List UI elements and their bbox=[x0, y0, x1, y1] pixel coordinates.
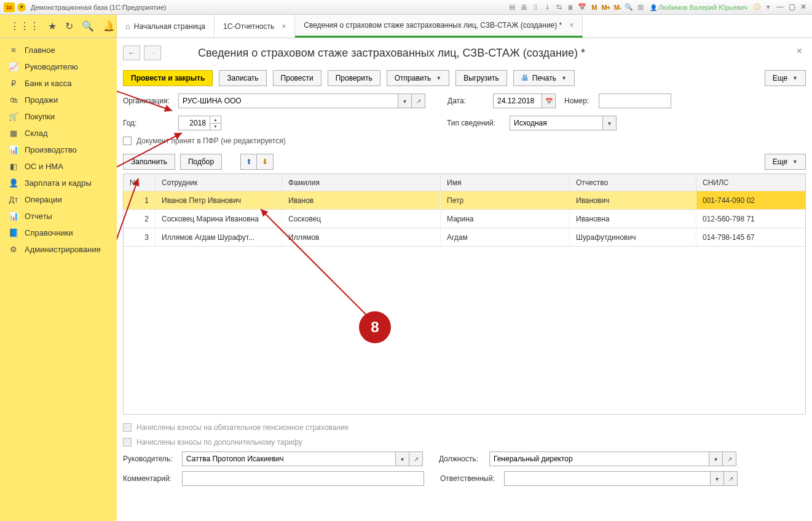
more-button[interactable]: Еще▼ bbox=[765, 70, 806, 86]
move-up-button[interactable]: ⬆ bbox=[241, 154, 257, 169]
save-button[interactable]: Записать bbox=[219, 70, 266, 86]
position-input[interactable] bbox=[489, 451, 709, 466]
sidebar-item-7[interactable]: ◧ОС и НМА bbox=[0, 158, 117, 175]
tb-mplus-button[interactable]: M+ bbox=[601, 2, 610, 12]
manager-open-button[interactable]: ↗ bbox=[409, 451, 423, 466]
sidebar-item-2[interactable]: ₽Банк и касса bbox=[0, 75, 117, 92]
org-open-button[interactable]: ↗ bbox=[412, 93, 425, 108]
sidebar-item-label: Администрирование bbox=[25, 245, 101, 254]
info-type-input[interactable] bbox=[510, 116, 603, 130]
sidebar-item-11[interactable]: 📘Справочники bbox=[0, 225, 117, 241]
manager-field[interactable]: ▾ ↗ bbox=[182, 451, 423, 466]
col-patronymic[interactable]: Отчество bbox=[570, 174, 696, 191]
calendar-button[interactable]: 📅 bbox=[542, 93, 556, 108]
tab-close-icon[interactable]: × bbox=[282, 22, 286, 31]
send-button[interactable]: Отправить▼ bbox=[387, 70, 449, 86]
tab-szv-stazh[interactable]: Сведения о страховом стаже застрахованны… bbox=[295, 15, 583, 38]
tb-save-icon[interactable]: ⤓ bbox=[542, 2, 552, 12]
maximize-button[interactable]: ▢ bbox=[787, 2, 797, 12]
org-dropdown-button[interactable]: ▾ bbox=[398, 93, 412, 108]
tb-compare-icon[interactable]: ⇆ bbox=[554, 2, 564, 12]
sidebar-item-9[interactable]: ДтОперации bbox=[0, 191, 117, 208]
tab-close-icon[interactable]: × bbox=[569, 21, 574, 30]
manager-dropdown-button[interactable]: ▾ bbox=[396, 451, 409, 466]
col-snils[interactable]: СНИЛС bbox=[696, 174, 805, 191]
tb-print-icon[interactable]: 🖶 bbox=[519, 2, 529, 12]
date-input[interactable] bbox=[493, 93, 542, 108]
nav-back-button[interactable]: ← bbox=[123, 46, 140, 60]
star-icon[interactable]: ★ bbox=[48, 20, 57, 32]
table-row[interactable]: 2Сосковец Марина ИвановнаСосковецМаринаИ… bbox=[124, 210, 805, 228]
year-spinner[interactable]: ▲▼ bbox=[210, 116, 221, 130]
select-button[interactable]: Подбор bbox=[180, 154, 222, 170]
sidebar-item-12[interactable]: ⚙Администрирование bbox=[0, 241, 117, 258]
tb-calc-icon[interactable]: 🖩 bbox=[566, 2, 575, 12]
tab-1c-reporting[interactable]: 1С-Отчетность × bbox=[215, 15, 295, 38]
org-field[interactable]: ▾ ↗ bbox=[178, 93, 425, 108]
sidebar-item-5[interactable]: ▦Склад bbox=[0, 125, 117, 141]
sidebar-item-1[interactable]: 📈Руководителю bbox=[0, 58, 117, 75]
position-field[interactable]: ▾ ↗ bbox=[489, 451, 736, 466]
manager-input[interactable] bbox=[182, 451, 396, 466]
responsible-input[interactable] bbox=[504, 471, 711, 486]
sidebar-item-4[interactable]: 🛒Покупки bbox=[0, 108, 117, 125]
sidebar-item-10[interactable]: 📊Отчеты bbox=[0, 208, 117, 225]
org-input[interactable] bbox=[178, 93, 398, 108]
position-dropdown-button[interactable]: ▾ bbox=[709, 451, 723, 466]
check-button[interactable]: Проверить bbox=[328, 70, 380, 86]
history-icon[interactable]: ↻ bbox=[65, 20, 73, 32]
search-icon[interactable]: 🔍 bbox=[82, 20, 94, 32]
col-name[interactable]: Имя bbox=[441, 174, 570, 191]
move-down-button[interactable]: ⬇ bbox=[257, 154, 273, 169]
tb-calendar-icon[interactable]: 📅 bbox=[577, 2, 587, 12]
tb-doc-icon[interactable]: ▯ bbox=[530, 2, 540, 12]
post-and-close-button[interactable]: Провести и закрыть bbox=[123, 70, 213, 86]
sidebar-item-6[interactable]: 📊Производство bbox=[0, 141, 117, 158]
sidebar: ≡Главное📈Руководителю₽Банк и касса🛍Прода… bbox=[0, 38, 117, 521]
tb-zoom-icon[interactable]: 🔍 bbox=[624, 2, 634, 12]
sidebar-item-0[interactable]: ≡Главное bbox=[0, 42, 117, 58]
col-employee[interactable]: Сотрудник bbox=[156, 174, 282, 191]
number-input[interactable] bbox=[599, 93, 671, 108]
print-button[interactable]: 🖶Печать▼ bbox=[513, 70, 575, 86]
info-type-dropdown-button[interactable]: ▾ bbox=[603, 116, 617, 130]
tb-panels-icon[interactable]: ▥ bbox=[636, 2, 645, 12]
tb-mminus-button[interactable]: M- bbox=[612, 2, 622, 12]
responsible-dropdown-button[interactable]: ▾ bbox=[711, 471, 724, 486]
responsible-field[interactable]: ▾ ↗ bbox=[504, 471, 738, 486]
apps-grid-icon[interactable]: ⋮⋮⋮ bbox=[10, 20, 39, 32]
position-open-button[interactable]: ↗ bbox=[723, 451, 736, 466]
tb-info-icon[interactable]: ⓘ bbox=[752, 2, 762, 12]
pfr-lock-checkbox[interactable] bbox=[123, 137, 132, 145]
bell-icon[interactable]: 🔔 bbox=[103, 20, 115, 32]
date-field[interactable]: 📅 bbox=[493, 93, 556, 108]
tb-info-drop-icon[interactable]: ▾ bbox=[763, 2, 773, 12]
table-row[interactable]: 1Иванов Петр ИвановичИвановПетрИванович0… bbox=[124, 191, 805, 210]
responsible-open-button[interactable]: ↗ bbox=[724, 471, 738, 486]
year-field[interactable]: ▲▼ bbox=[178, 116, 221, 130]
sidebar-item-3[interactable]: 🛍Продажи bbox=[0, 92, 117, 108]
info-type-field[interactable]: ▾ bbox=[510, 116, 617, 130]
export-button[interactable]: Выгрузить bbox=[455, 70, 507, 86]
page-close-button[interactable]: × bbox=[797, 46, 802, 57]
col-n[interactable]: N bbox=[124, 174, 156, 191]
year-input[interactable] bbox=[178, 116, 210, 130]
tb-m-button[interactable]: M bbox=[589, 2, 599, 12]
current-user[interactable]: Любимов Валерий Юрьевич bbox=[650, 4, 747, 11]
table-more-button[interactable]: Еще▼ bbox=[765, 154, 806, 170]
tab-home[interactable]: ⌂ Начальная страница bbox=[117, 15, 215, 38]
sidebar-item-label: Банк и касса bbox=[25, 79, 72, 88]
table-row[interactable]: 3Иллямов Агдам Шурафут...ИллямовАгдамШур… bbox=[124, 228, 805, 247]
post-button[interactable]: Провести bbox=[273, 70, 321, 86]
tb-preview-icon[interactable]: ▤ bbox=[507, 2, 517, 12]
minimize-button[interactable]: — bbox=[775, 2, 785, 12]
sidebar-item-label: Главное bbox=[25, 46, 55, 55]
sidebar-item-8[interactable]: 👤Зарплата и кадры bbox=[0, 175, 117, 191]
nav-forward-button[interactable]: → bbox=[144, 46, 161, 60]
col-surname[interactable]: Фамилия bbox=[282, 174, 441, 191]
fill-button[interactable]: Заполнить bbox=[123, 154, 175, 170]
comment-input[interactable] bbox=[182, 471, 424, 486]
app-menu-drop-icon[interactable]: ▾ bbox=[17, 3, 26, 12]
close-window-button[interactable]: ✕ bbox=[798, 2, 808, 12]
top-row: ⋮⋮⋮ ★ ↻ 🔍 🔔 ⌂ Начальная страница 1С-Отче… bbox=[0, 15, 812, 38]
